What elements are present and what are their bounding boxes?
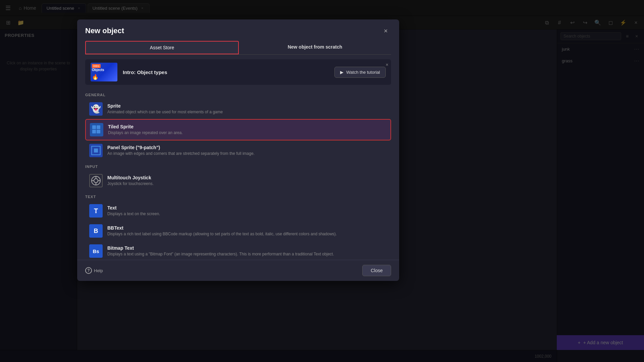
svg-point-7 bbox=[94, 179, 98, 183]
tab-asset-store[interactable]: Asset Store bbox=[85, 41, 239, 54]
modal-header: New object × bbox=[77, 19, 399, 41]
joystick-desc: Joystick for touchscreens. bbox=[107, 181, 387, 187]
bitmap-text-icon: Bs bbox=[89, 244, 103, 258]
watch-tutorial-button[interactable]: ▶ Watch the tutorial bbox=[334, 67, 386, 78]
object-list: GENERAL 👻 Sprite Animated object which c… bbox=[77, 87, 399, 260]
modal-tabs: Asset Store New object from scratch bbox=[85, 41, 391, 55]
text-desc: Displays a text on the screen. bbox=[107, 211, 387, 217]
joystick-icon bbox=[89, 174, 103, 187]
object-tiled-sprite-row[interactable]: Tiled Sprite Displays an image repeated … bbox=[85, 119, 391, 140]
panel-sprite-desc: An image with edges and corners that are… bbox=[107, 151, 387, 157]
help-link[interactable]: ? Help bbox=[85, 267, 103, 274]
tiled-sprite-desc: Displays an image repeated over an area. bbox=[108, 130, 386, 136]
close-modal-button[interactable]: Close bbox=[362, 265, 391, 276]
tiled-sprite-name: Tiled Sprite bbox=[108, 124, 386, 129]
modal-close-button[interactable]: × bbox=[380, 25, 391, 36]
object-sprite-row[interactable]: 👻 Sprite Animated object which can be us… bbox=[85, 99, 391, 119]
bbtext-desc: Displays a rich text label using BBCode … bbox=[107, 231, 387, 237]
tutorial-banner: Intro Objects 🔥 Intro: Object types ▶ Wa… bbox=[85, 59, 391, 85]
bitmap-text-desc: Displays a text using a "Bitmap Font" (a… bbox=[107, 251, 387, 257]
tutorial-tag: Intro bbox=[92, 64, 101, 68]
sprite-icon: 👻 bbox=[89, 102, 103, 116]
modal-footer: ? Help Close bbox=[77, 260, 399, 281]
modal-title: New object bbox=[85, 26, 124, 35]
play-icon: ▶ bbox=[340, 70, 343, 75]
section-input: INPUT bbox=[85, 161, 391, 171]
text-icon: T x bbox=[89, 204, 103, 218]
joystick-name: Multitouch Joystick bbox=[107, 175, 387, 180]
section-general: GENERAL bbox=[85, 89, 391, 99]
svg-rect-0 bbox=[92, 125, 96, 129]
bbtext-name: BBText bbox=[107, 225, 387, 231]
svg-rect-1 bbox=[97, 125, 100, 129]
object-text-row[interactable]: T x Text Displays a text on the screen. bbox=[85, 201, 391, 221]
bbtext-icon: B bbox=[89, 224, 103, 238]
text-name: Text bbox=[107, 205, 387, 210]
bitmap-text-name: Bitmap Text bbox=[107, 245, 387, 251]
tab-new-from-scratch[interactable]: New object from scratch bbox=[239, 41, 391, 54]
watch-tutorial-label: Watch the tutorial bbox=[346, 70, 380, 75]
modal-overlay: New object × Asset Store New object from… bbox=[0, 0, 644, 362]
object-bbtext-row[interactable]: B BBText Displays a rich text label usin… bbox=[85, 221, 391, 241]
help-label: Help bbox=[94, 268, 103, 273]
help-icon: ? bbox=[85, 267, 92, 274]
object-joystick-row[interactable]: Multitouch Joystick Joystick for touchsc… bbox=[85, 171, 391, 191]
sprite-name: Sprite bbox=[107, 103, 387, 109]
tiled-sprite-icon bbox=[90, 123, 103, 136]
tutorial-thumb-objects-label: Objects bbox=[92, 68, 104, 72]
svg-rect-3 bbox=[97, 130, 100, 133]
panel-sprite-name: Panel Sprite ("9-patch") bbox=[107, 145, 387, 150]
svg-rect-2 bbox=[92, 130, 96, 133]
object-panel-sprite-row[interactable]: Panel Sprite ("9-patch") An image with e… bbox=[85, 140, 391, 161]
svg-rect-5 bbox=[94, 148, 98, 153]
object-bitmap-text-row[interactable]: Bs Bitmap Text Displays a text using a "… bbox=[85, 241, 391, 260]
tutorial-thumbnail: Intro Objects 🔥 bbox=[91, 63, 117, 81]
sprite-desc: Animated object which can be used for mo… bbox=[107, 109, 387, 115]
tutorial-banner-close[interactable]: × bbox=[386, 62, 388, 67]
new-object-modal: New object × Asset Store New object from… bbox=[77, 19, 399, 281]
tutorial-title: Intro: Object types bbox=[123, 69, 329, 75]
panel-sprite-icon bbox=[89, 144, 103, 157]
section-text: TEXT bbox=[85, 191, 391, 201]
